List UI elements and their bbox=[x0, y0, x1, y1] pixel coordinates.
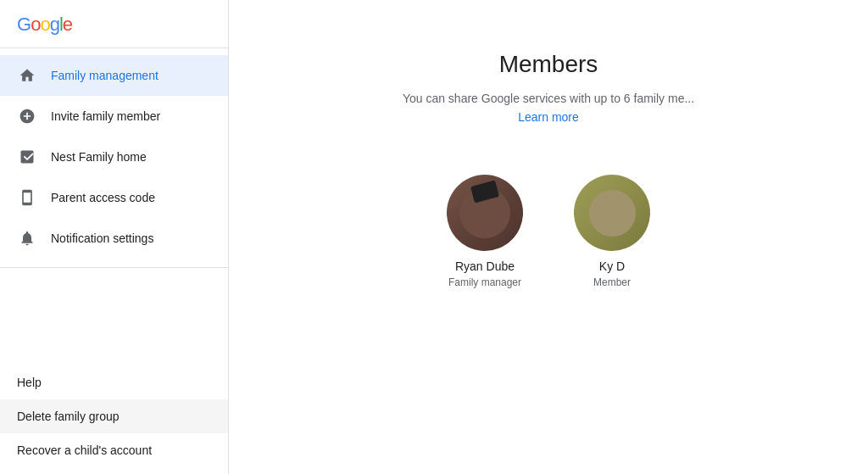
sidebar-item-notification-settings[interactable]: Notification settings bbox=[0, 218, 228, 259]
google-logo: Google bbox=[17, 14, 211, 36]
svg-point-6 bbox=[485, 212, 487, 215]
svg-point-11 bbox=[607, 212, 609, 214]
sidebar-item-help[interactable]: Help bbox=[0, 365, 228, 399]
sidebar-item-parent-access-code[interactable]: Parent access code bbox=[0, 177, 228, 218]
bottom-item-label: Recover a child's account bbox=[17, 443, 152, 457]
member-role-ryan: Family manager bbox=[448, 276, 521, 288]
svg-point-10 bbox=[609, 209, 616, 216]
sidebar-item-nest-family-home[interactable]: Nest Family home bbox=[0, 137, 228, 177]
svg-rect-0 bbox=[476, 204, 493, 221]
sidebar: Google Family management Invite family m… bbox=[0, 0, 229, 474]
members-title: Members bbox=[499, 51, 598, 78]
sidebar-item-label: Family management bbox=[51, 69, 159, 82]
home-icon bbox=[17, 65, 37, 86]
avatar-ky bbox=[574, 175, 650, 251]
sidebar-divider bbox=[0, 267, 228, 268]
bottom-item-label: Delete family group bbox=[17, 410, 120, 423]
svg-point-2 bbox=[481, 209, 489, 217]
member-card-ryan: Ryan Dube Family manager bbox=[447, 175, 523, 288]
member-name-ryan: Ryan Dube bbox=[455, 259, 515, 273]
sidebar-item-label: Parent access code bbox=[51, 191, 155, 204]
learn-more-link[interactable]: Learn more bbox=[518, 110, 579, 124]
bell-icon bbox=[17, 228, 37, 248]
svg-point-12 bbox=[615, 212, 616, 214]
svg-point-9 bbox=[606, 216, 617, 221]
svg-rect-4 bbox=[481, 208, 489, 210]
sidebar-nav: Family management Invite family member N… bbox=[0, 48, 228, 359]
member-role-ky: Member bbox=[593, 276, 631, 288]
avatar-ryan bbox=[447, 175, 523, 251]
nest-icon bbox=[17, 147, 37, 167]
bottom-item-label: Help bbox=[17, 376, 42, 389]
phone-icon bbox=[17, 187, 37, 208]
sidebar-bottom: Help Delete family group Recover a child… bbox=[0, 359, 228, 474]
logo-area: Google bbox=[0, 0, 228, 48]
svg-point-1 bbox=[479, 215, 491, 221]
sidebar-item-label: Nest Family home bbox=[51, 150, 147, 164]
svg-point-5 bbox=[482, 212, 485, 215]
sidebar-item-label: Invite family member bbox=[51, 109, 160, 123]
member-card-ky: Ky D Member bbox=[574, 175, 650, 288]
main-content: Members You can share Google services wi… bbox=[229, 0, 868, 474]
members-subtitle: You can share Google services with up to… bbox=[403, 92, 694, 105]
sidebar-item-recover-childs-account[interactable]: Recover a child's account bbox=[0, 433, 228, 467]
svg-point-3 bbox=[481, 208, 489, 211]
sidebar-item-delete-family-group[interactable]: Delete family group bbox=[0, 399, 228, 433]
svg-rect-13 bbox=[611, 215, 613, 216]
add-circle-icon bbox=[17, 106, 37, 126]
sidebar-item-invite-family-member[interactable]: Invite family member bbox=[0, 96, 228, 137]
member-name-ky: Ky D bbox=[599, 259, 625, 273]
svg-rect-8 bbox=[604, 204, 620, 221]
sidebar-item-label: Notification settings bbox=[51, 231, 153, 245]
sidebar-item-family-management[interactable]: Family management bbox=[0, 55, 228, 96]
members-list: Ryan Dube Family manager bbox=[447, 175, 650, 288]
